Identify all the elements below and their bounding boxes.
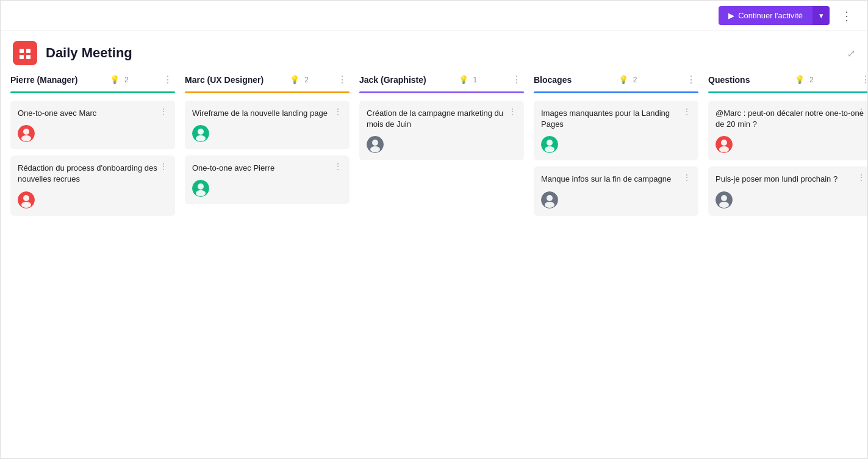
bulb-icon: 💡	[619, 75, 628, 84]
avatar-jack	[541, 191, 558, 208]
continue-btn-group: ▶ Continuer l'activité ▾	[719, 6, 830, 25]
card-more-button-c7[interactable]: ⋮	[680, 171, 694, 183]
table-row: ⋮Images manquantes pour la Landing Pages	[534, 101, 698, 160]
svg-point-26	[721, 140, 727, 146]
svg-point-12	[196, 135, 206, 141]
svg-point-20	[547, 140, 553, 146]
svg-point-6	[21, 135, 31, 141]
column-header-blocages: Blocages💡2⋮	[534, 73, 698, 91]
column-header-right-blocages: 💡2	[619, 75, 637, 84]
column-more-button-jack[interactable]: ⋮	[509, 73, 524, 87]
continue-label: Continuer l'activité	[738, 11, 803, 20]
card-more-button-c6[interactable]: ⋮	[680, 105, 694, 118]
expand-button[interactable]: ⤢	[847, 48, 855, 59]
card-title: Puis-je poser mon lundi prochain ?	[716, 174, 866, 185]
svg-point-14	[198, 183, 204, 190]
svg-rect-0	[20, 49, 24, 53]
continue-activity-button[interactable]: ▶ Continuer l'activité	[719, 6, 812, 25]
svg-point-15	[196, 190, 206, 196]
page-header-left: Daily Meeting	[13, 41, 132, 65]
column-pierre: Pierre (Manager)💡2⋮⋮One-to-one avec Marc…	[10, 73, 175, 222]
svg-point-18	[370, 146, 380, 152]
svg-point-24	[545, 202, 554, 208]
svg-rect-1	[26, 49, 30, 53]
column-header-questions: Questions💡2⋮	[708, 73, 867, 91]
svg-rect-3	[26, 55, 30, 59]
svg-point-17	[372, 140, 378, 146]
svg-point-11	[198, 129, 204, 135]
table-row: ⋮Rédaction du process d'onboarding des n…	[10, 155, 175, 215]
svg-point-8	[23, 195, 29, 201]
card-more-button-c3[interactable]: ⋮	[331, 105, 345, 118]
column-title-jack: Jack (Graphiste)	[359, 75, 426, 85]
avatar-marc	[192, 125, 209, 142]
column-title-pierre: Pierre (Manager)	[10, 75, 77, 85]
table-row: ⋮@Marc : peut-on décaler notre one-to-on…	[708, 101, 867, 160]
column-marc: Marc (UX Designer)💡2⋮⋮Wireframe de la no…	[185, 73, 350, 210]
column-header-right-jack: 💡1	[459, 75, 478, 84]
column-header-marc: Marc (UX Designer)💡2⋮	[185, 73, 350, 91]
column-bar-pierre	[10, 91, 175, 93]
page-title: Daily Meeting	[46, 45, 132, 61]
card-more-button-c2[interactable]: ⋮	[157, 160, 170, 173]
card-title: Création de la campagne marketing du moi…	[367, 108, 517, 130]
card-more-button-c4[interactable]: ⋮	[331, 160, 345, 173]
column-bar-blocages	[534, 91, 698, 93]
avatar-marc	[541, 136, 558, 153]
column-count-questions: 2	[809, 76, 814, 84]
card-more-button-c1[interactable]: ⋮	[157, 105, 170, 118]
table-row: ⋮Puis-je poser mon lundi prochain ?	[708, 166, 867, 215]
column-title-blocages: Blocages	[534, 75, 572, 85]
column-more-button-blocages[interactable]: ⋮	[684, 73, 698, 87]
card-title: Manque infos sur la fin de campagne	[541, 174, 691, 185]
column-more-button-marc[interactable]: ⋮	[335, 73, 350, 87]
svg-point-23	[547, 195, 553, 201]
svg-point-30	[719, 202, 729, 208]
avatar-marc	[192, 180, 209, 197]
card-title: One-to-one avec Marc	[18, 108, 168, 119]
svg-point-5	[23, 129, 29, 135]
table-row: ⋮One-to-one avec Marc	[10, 101, 175, 149]
avatar-pierre	[18, 125, 35, 142]
svg-point-27	[719, 146, 729, 152]
svg-point-9	[21, 202, 31, 208]
column-header-right-marc: 💡2	[290, 75, 309, 84]
table-row: ⋮Création de la campagne marketing du mo…	[359, 101, 524, 160]
top-bar: ▶ Continuer l'activité ▾ ⋮	[1, 1, 867, 31]
continue-dropdown-button[interactable]: ▾	[812, 6, 830, 25]
table-row: ⋮Manque infos sur la fin de campagne	[534, 166, 698, 215]
card-title: One-to-one avec Pierre	[192, 163, 342, 174]
column-bar-jack	[359, 91, 524, 93]
svg-rect-2	[20, 55, 24, 59]
svg-point-21	[545, 146, 554, 152]
app-icon	[13, 41, 37, 65]
bulb-icon: 💡	[459, 75, 468, 84]
column-blocages: Blocages💡2⋮⋮Images manquantes pour la La…	[534, 73, 698, 222]
column-more-button-pierre[interactable]: ⋮	[160, 73, 175, 87]
card-more-button-c8[interactable]: ⋮	[855, 105, 867, 118]
card-title: Wireframe de la nouvelle landing page	[192, 108, 342, 119]
column-bar-marc	[185, 91, 350, 93]
column-header-right-pierre: 💡2	[110, 75, 129, 84]
column-count-jack: 1	[473, 76, 478, 84]
play-icon: ▶	[728, 11, 734, 20]
bulb-icon: 💡	[110, 75, 120, 84]
table-row: ⋮Wireframe de la nouvelle landing page	[185, 101, 350, 149]
card-more-button-c5[interactable]: ⋮	[506, 105, 519, 118]
card-title: @Marc : peut-on décaler notre one-to-one…	[716, 108, 866, 130]
page-header: Daily Meeting ⤢	[1, 31, 867, 73]
board: Pierre (Manager)💡2⋮⋮One-to-one avec Marc…	[1, 73, 867, 234]
column-more-button-questions[interactable]: ⋮	[858, 73, 867, 87]
column-count-pierre: 2	[124, 76, 129, 84]
column-header-jack: Jack (Graphiste)💡1⋮	[359, 73, 524, 91]
avatar-pierre	[18, 191, 35, 208]
svg-point-29	[721, 195, 727, 201]
column-jack: Jack (Graphiste)💡1⋮⋮Création de la campa…	[359, 73, 524, 166]
table-row: ⋮One-to-one avec Pierre	[185, 155, 350, 204]
card-title: Rédaction du process d'onboarding des no…	[18, 163, 168, 185]
column-count-marc: 2	[304, 76, 309, 84]
card-more-button-c9[interactable]: ⋮	[855, 171, 867, 183]
app-container: ▶ Continuer l'activité ▾ ⋮ Daily Meeting…	[0, 0, 868, 459]
column-title-marc: Marc (UX Designer)	[185, 75, 264, 85]
top-more-button[interactable]: ⋮	[836, 6, 858, 26]
